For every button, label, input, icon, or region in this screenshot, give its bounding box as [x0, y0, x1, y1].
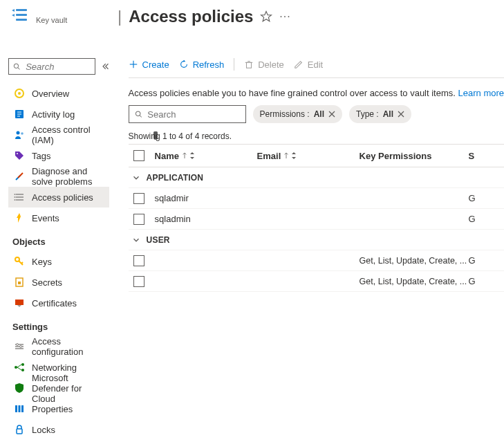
cell-secretperm: G — [469, 214, 477, 224]
record-count: Showing 1 to 4 of 4 records. — [129, 131, 504, 141]
certificates-icon — [14, 297, 25, 309]
overview-icon — [14, 88, 25, 99]
cell-keyperm: Get, List, Update, Create, ... — [360, 277, 463, 286]
sidebar-item-access-control-iam-[interactable]: Access control (IAM) — [8, 125, 109, 145]
pencil-icon — [294, 59, 304, 69]
svg-line-16 — [18, 173, 23, 178]
sidebar-item-label: Diagnose and solve problems — [32, 166, 104, 187]
toolbar: Create Refresh Delete Edit — [129, 58, 504, 78]
row-checkbox[interactable] — [133, 255, 144, 266]
networking-icon — [14, 362, 25, 373]
sidebar-item-activity-log[interactable]: Activity log — [8, 104, 109, 125]
sidebar-item-label: Access configuration — [32, 336, 104, 357]
svg-rect-40 — [15, 405, 17, 412]
sidebar-item-overview[interactable]: Overview — [8, 83, 109, 104]
collapse-sidebar-icon[interactable] — [101, 62, 109, 71]
cell-name: sqladmir — [155, 193, 252, 203]
sort-indicator-icon — [292, 152, 296, 159]
sidebar-item-label: Access policies — [32, 192, 93, 203]
sidebar-item-access-policies[interactable]: Access policies — [8, 187, 109, 208]
tags-icon — [14, 150, 25, 161]
table-group-row[interactable]: APPLICATION — [129, 167, 504, 188]
cell-secretperm: G — [469, 255, 477, 266]
col-header-keyperm[interactable]: Key Permissions — [360, 151, 463, 161]
table-row[interactable]: Get, List, Update, Create, ... G — [129, 250, 504, 271]
plus-icon — [129, 59, 138, 69]
description: Access policies enable you to have fine … — [129, 88, 504, 98]
sidebar-item-label: Properties — [32, 404, 73, 414]
sidebar-item-access-configuration[interactable]: Access configuration — [8, 336, 109, 357]
close-icon[interactable] — [328, 111, 335, 118]
sidebar-item-microsoft-defender-for-cloud[interactable]: Microsoft Defender for Cloud — [8, 378, 109, 398]
row-checkbox[interactable] — [133, 214, 144, 225]
svg-rect-43 — [17, 429, 22, 434]
sidebar-search[interactable] — [8, 58, 95, 75]
cell-secretperm: G — [469, 276, 477, 286]
svg-marker-3 — [261, 12, 272, 21]
col-header-email[interactable]: Email — [257, 151, 354, 161]
svg-line-5 — [18, 68, 20, 70]
sidebar-item-certificates[interactable]: Certificates — [8, 293, 109, 313]
access-config-icon — [14, 341, 25, 352]
svg-rect-28 — [15, 300, 24, 305]
sidebar-search-input[interactable] — [24, 61, 90, 73]
svg-rect-42 — [21, 405, 24, 412]
sidebar-item-label: Tags — [32, 151, 50, 161]
sidebar-item-locks[interactable]: Locks — [8, 419, 109, 440]
svg-line-38 — [17, 365, 21, 367]
svg-rect-27 — [18, 282, 21, 284]
row-checkbox[interactable] — [133, 276, 144, 287]
table-group-row[interactable]: USER — [129, 230, 504, 250]
chevron-down-icon — [131, 173, 141, 183]
favorite-star-icon[interactable] — [260, 10, 272, 23]
table-row[interactable]: Get, List, Update, Create, ... G — [129, 271, 504, 292]
pipe-separator: | — [118, 7, 122, 26]
learn-more-link[interactable]: Learn more — [458, 88, 504, 98]
sidebar-item-diagnose-and-solve-problems[interactable]: Diagnose and solve problems — [8, 166, 109, 187]
col-header-name[interactable]: Name — [155, 151, 252, 161]
policies-icon — [14, 192, 25, 203]
more-menu-icon[interactable]: ··· — [279, 10, 290, 23]
svg-marker-29 — [17, 305, 21, 307]
svg-point-14 — [17, 153, 18, 154]
search-icon — [13, 62, 20, 71]
svg-point-36 — [21, 363, 24, 366]
cell-secretperm: G — [469, 193, 477, 203]
events-icon — [14, 212, 25, 223]
table-row[interactable]: sqladmir G — [129, 188, 504, 209]
group-label: USER — [147, 235, 170, 245]
sidebar-item-label: Locks — [32, 425, 55, 435]
col-header-secretperm[interactable]: S — [469, 151, 477, 161]
properties-icon — [14, 403, 25, 414]
svg-line-50 — [140, 116, 142, 118]
group-label: APPLICATION — [147, 173, 204, 183]
sidebar-item-secrets[interactable]: Secrets — [8, 272, 109, 293]
refresh-button[interactable]: Refresh — [179, 59, 225, 70]
edit-button: Edit — [294, 59, 323, 70]
svg-point-4 — [14, 64, 18, 68]
table-row[interactable]: sqladmin G — [129, 209, 504, 230]
table-search-input[interactable] — [146, 109, 239, 120]
row-checkbox[interactable] — [133, 193, 144, 204]
sidebar-item-events[interactable]: Events — [8, 208, 109, 228]
resource-type-label: Key vault — [36, 16, 67, 24]
search-icon — [135, 110, 142, 118]
filter-permissions-pill[interactable]: Permissions : All — [253, 105, 342, 123]
close-icon[interactable] — [398, 111, 404, 118]
sort-asc-icon — [283, 152, 289, 159]
svg-point-49 — [136, 111, 140, 116]
table-search[interactable] — [129, 105, 246, 123]
filter-type-pill[interactable]: Type : All — [349, 105, 411, 123]
sidebar-item-label: Access control (IAM) — [32, 125, 104, 145]
sidebar-item-tags[interactable]: Tags — [8, 145, 109, 166]
cell-name: sqladmin — [155, 214, 252, 224]
sidebar-item-keys[interactable]: Keys — [8, 251, 109, 272]
refresh-icon — [179, 59, 189, 69]
sidebar-item-label: Overview — [32, 89, 69, 99]
svg-point-12 — [17, 131, 20, 135]
svg-point-13 — [21, 132, 24, 135]
select-all-checkbox[interactable] — [133, 150, 144, 161]
create-button[interactable]: Create — [129, 59, 169, 70]
svg-point-35 — [15, 366, 17, 369]
sidebar-item-label: Certificates — [32, 298, 77, 309]
